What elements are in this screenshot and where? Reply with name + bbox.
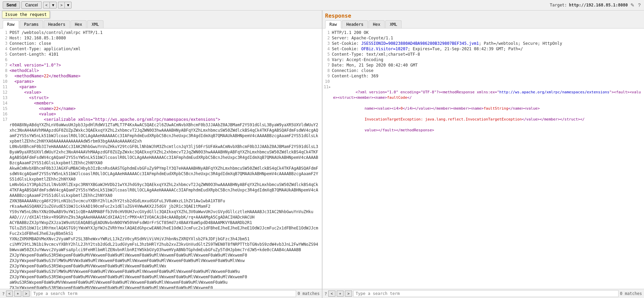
table-row: 11▸ <?xml version="1.0" encoding="UTF-8"…	[324, 84, 643, 138]
table-row: AAD/////dXIAltbkv+R9GRVnZ9s3AgAAeHAAAAAC…	[1, 215, 320, 220]
table-row: 17 <serializable xmlns="http://ws.apache…	[1, 117, 320, 122]
table-row: 12 <value>	[1, 90, 320, 95]
table-row: ZXJpYWxpemF0aW9uS3VlMW9uMVVWx0aW9uMlVWxw…	[1, 258, 320, 263]
response-search-input[interactable]	[353, 290, 619, 297]
tab-request-hex[interactable]: Hex	[71, 20, 87, 28]
table-row: 2Server: Apache-Coyote/1.1	[324, 35, 643, 41]
target-url: http://192.168.85.1:8080	[569, 3, 628, 7]
table-row: 1POST /webtools/control/xmlrpc HTTP/1.1	[1, 30, 320, 35]
prev-button[interactable]: <	[43, 2, 50, 8]
table-row: 9 <methodName>22</methodName>	[1, 73, 320, 79]
table-row: 4Content-Type: application/xml	[1, 46, 320, 52]
request-search-bar: ? < + > 0 matches	[0, 289, 322, 298]
request-search-help-icon[interactable]: ?	[2, 291, 5, 296]
table-row: L0NvbXBhcmF0b3I7eHAAAAACc3IAK2NhbGwuYnVu…	[1, 144, 320, 166]
request-tabs: Raw Params Headers Hex XML	[0, 20, 322, 29]
request-search-prev-button[interactable]: <	[6, 291, 13, 297]
table-row: 6	[1, 57, 320, 62]
tab-request-raw[interactable]: Raw	[3, 20, 19, 29]
table-row: 14 <member>	[1, 100, 320, 106]
table-row: 1HTTP/1.1 200 OK	[324, 30, 643, 35]
table-row: 4Set-Cookie: OFBiz.Visitor=10207; Expire…	[324, 46, 643, 52]
table-row: 11 <param>	[1, 84, 320, 90]
request-editor[interactable]: 1POST /webtools/control/xmlrpc HTTP/1.1 …	[0, 29, 322, 289]
tab-request-params[interactable]: Params	[20, 20, 43, 28]
table-row: ACYBABBzZXJpYWxpZXJza1W9uVU1EAQABSgEADUN…	[1, 220, 320, 225]
tab-request-headers[interactable]: Headers	[44, 20, 70, 28]
main-content: Request Raw Params Headers Hex XML 1POST…	[0, 11, 644, 298]
table-row: 8<methodCall>	[1, 68, 320, 73]
next-nav-group: > ▼	[58, 2, 72, 8]
table-row: 3Set-Cookie: JSESSIONID=90823880AD4BA986…	[324, 41, 643, 46]
next-button[interactable]: >	[58, 2, 64, 8]
table-row: 2Host: 192.168.85.1:8080	[1, 35, 320, 41]
request-panel: Request Raw Params Headers Hex XML 1POST…	[0, 11, 323, 298]
table-row: 7Date: Mon, 21 Sep 2020 08:42:40 GMT	[324, 62, 643, 68]
tab-response-headers[interactable]: Headers	[342, 20, 368, 28]
prev-dropdown-button[interactable]: ▼	[50, 2, 57, 8]
table-row: 3Connection: close	[1, 41, 320, 46]
table-row: 7<?xml version="1.0"?>	[1, 62, 320, 68]
table-row: rKsaAwAGSQANX21uZGVudE51bWJ1ckkAD190cmFu…	[1, 204, 320, 209]
table-row: ZXJpYWxpemF0aW9uS3R5WxpemF0aW9uMVVWxwemF…	[1, 285, 320, 289]
table-row: ZXJpYWxpemF0aW9uS3R5WxpemF0aW9uMVVWxwemF…	[1, 253, 320, 258]
next-dropdown-button[interactable]: ▼	[64, 2, 72, 8]
request-search-add-button[interactable]: +	[14, 291, 21, 297]
target-label: Target:	[550, 3, 567, 7]
table-row: TGluZU51bWJ1c1RhYmxlAQASTG9jYWxWYXJpYWJs…	[1, 225, 320, 236]
response-panel: Response Raw Headers Hex XML 1HTTP/1.1 2…	[323, 11, 644, 298]
response-title: Response	[323, 11, 644, 20]
table-row: ZXJpYWxpemF0aW9uS3VlMW9uMVVWxwemF0aW9uMl…	[1, 269, 320, 274]
response-search-prev-button[interactable]: <	[328, 291, 335, 297]
response-search-next-button[interactable]: >	[345, 291, 352, 297]
table-row: LmNvbGx1Y3Rpb25zLlNvbXRlZExpc3RNYXBGaWJH…	[1, 182, 320, 198]
table-row: 5Content-Length: 4101	[1, 52, 320, 57]
help-target-button[interactable]: ?	[637, 2, 641, 8]
response-tabs: Raw Headers Hex XML	[323, 20, 644, 29]
table-row: 9Content-Length: 369	[324, 73, 643, 79]
send-tooltip: Issue the request	[2, 11, 50, 18]
table-row: cihMY29tL3N1bi9vcmcvYXBhY2hlL2JhY2tsb2dG…	[1, 242, 320, 253]
request-matches-label: 0 matches	[297, 291, 319, 296]
table-row: 16 <value>	[1, 111, 320, 117]
toolbar: Send Cancel < ▼ > ▼ Issue the request Ta…	[0, 0, 644, 11]
response-search-help-icon[interactable]: ?	[325, 291, 327, 296]
table-row: 10	[324, 79, 643, 84]
target-info: Target: http://192.168.85.1:8080 ✎ ?	[550, 2, 641, 8]
tab-response-xml[interactable]: XML	[385, 20, 402, 28]
table-row: aW9uS3R5WxpemF0aW9uMVVWxwemF0aW9uMlVWxwe…	[1, 280, 320, 285]
tab-response-raw[interactable]: Raw	[325, 20, 341, 29]
edit-target-button[interactable]: ✎	[630, 2, 635, 8]
request-search-next-button[interactable]: >	[23, 291, 30, 297]
table-row: 13 <struct>	[1, 95, 320, 100]
response-search-bar: ? < + > 0 matches	[323, 289, 644, 298]
table-row: 6Vary: Accept-Encoding	[324, 57, 643, 62]
prev-nav-group: < ▼	[43, 2, 57, 8]
table-row: ZXJpYWxpemF0aW9uS3R5WxpemF0aW9uMVVWxwemF…	[1, 263, 320, 269]
response-editor[interactable]: 1HTTP/1.1 200 OK 2Server: Apache-Coyote/…	[323, 29, 644, 289]
table-row: YXNzZXMXMBADVMeXNvc2VyaWFsF2SL3BheWxvYWR…	[1, 236, 320, 242]
table-row: 15 <name>22</name>	[1, 106, 320, 111]
response-matches-label: 0 matches	[620, 291, 642, 296]
send-button[interactable]: Send	[3, 1, 20, 9]
table-row: 8Connection: close	[324, 68, 643, 73]
tab-response-hex[interactable]: Hex	[369, 20, 385, 28]
table-row: 5Content-Type: text/xml;charset=UTF-8	[324, 52, 643, 57]
table-row: ZXJpYWxpemF0aW9uS3R5WxpemF0aW9uMVVWxwemF…	[1, 274, 320, 280]
request-search-input[interactable]	[31, 290, 296, 297]
table-row: YS9sYW5nLONsYXNzO0wABV9uYW11cQB+AARMABFf…	[1, 209, 320, 215]
table-row: 10 <params>	[1, 79, 320, 84]
cancel-button[interactable]: Cancel	[21, 1, 41, 9]
response-search-add-button[interactable]: +	[337, 291, 344, 297]
table-row: AkwACmNvbXBhcmF0b3JJAGXFuMBACHbyb3IzBcnR…	[1, 166, 320, 182]
tab-request-xml[interactable]: XML	[87, 20, 103, 28]
table-row: ZXN3BAAAAANzcgA6Y29tLnN1bi5vcmcuYXBhY2hl…	[1, 198, 320, 204]
table-row: r00ABXNyABdqYXZhLnV0aWwuUHJpb3JpdHlRdWV1…	[1, 122, 320, 144]
